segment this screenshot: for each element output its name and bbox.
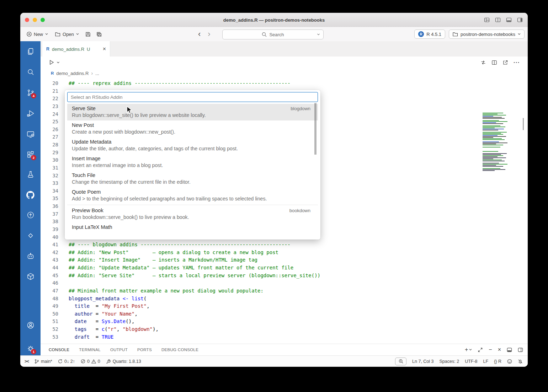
toggle-panel-icon[interactable]: [507, 347, 512, 353]
eol-status[interactable]: LF: [483, 359, 489, 364]
minimize-panel-icon[interactable]: −: [489, 347, 492, 353]
new-console-button[interactable]: +: [465, 347, 472, 353]
panel-tab-terminal[interactable]: TERMINAL: [79, 348, 101, 352]
save-all-button[interactable]: [94, 30, 104, 38]
minimap-bar: [483, 170, 495, 171]
toggle-secondary-sidebar-icon[interactable]: [517, 17, 523, 23]
quickpick-item[interactable]: Preview BookbookdownRun bookdown::serve_…: [67, 206, 318, 222]
zoom-button[interactable]: [395, 358, 406, 365]
code-line[interactable]: 48blogpost_metadata <- list(: [41, 296, 528, 304]
code-line[interactable]: 49 title = "My First Post",: [41, 303, 528, 311]
quickpick-item[interactable]: Quote PoemAdd > to the beginning of sele…: [67, 187, 318, 204]
code-line[interactable]: 46: [41, 280, 528, 288]
activity-settings[interactable]: 1: [20, 340, 41, 357]
settings-badge: 1: [31, 349, 36, 354]
run-options-chevron-icon[interactable]: [57, 61, 60, 64]
quickpick-item[interactable]: Serve SiteblogdownRun blogdown::serve_si…: [67, 104, 318, 120]
split-editor-layout-icon[interactable]: [495, 17, 501, 23]
run-debug-icon: [26, 109, 35, 118]
panel-tab-output[interactable]: OUTPUT: [110, 348, 128, 352]
navigate-back-button[interactable]: ‹: [198, 29, 201, 39]
quickpick-item[interactable]: Update MetadataUpdate the title, author,…: [67, 137, 318, 154]
activity-search[interactable]: [20, 64, 41, 81]
code-line[interactable]: 44## Addin: "Update Metadata" — updates …: [41, 265, 528, 273]
quickpick-scrollbar[interactable]: [314, 103, 316, 155]
minimap-bar: [483, 154, 501, 155]
code-line[interactable]: 20## ---- reprex addins ----------------…: [41, 80, 528, 88]
open-changes-icon[interactable]: [480, 60, 486, 65]
activity-run-debug[interactable]: [20, 105, 41, 122]
activity-account[interactable]: [20, 317, 41, 334]
code-line[interactable]: 43## Addin: "Insert Image" — inserts a M…: [41, 257, 528, 265]
activity-github[interactable]: [20, 186, 41, 203]
customize-layout-icon[interactable]: [484, 17, 490, 23]
quickpick-input[interactable]: [67, 92, 318, 102]
activity-package[interactable]: [20, 268, 41, 285]
activity-explorer[interactable]: [20, 43, 41, 60]
activity-extensions[interactable]: 2: [20, 146, 41, 163]
minimap-bar: [483, 125, 500, 126]
git-branch-status[interactable]: main*: [34, 359, 52, 364]
new-button[interactable]: New: [24, 30, 51, 38]
close-tab-icon[interactable]: ×: [103, 46, 106, 52]
panel-tab-console[interactable]: CONSOLE: [49, 348, 69, 352]
activity-publish[interactable]: [20, 206, 41, 224]
open-external-icon[interactable]: [502, 60, 508, 65]
encoding-status[interactable]: UTF-8: [465, 359, 477, 364]
breadcrumb-file[interactable]: demo_addins.R: [56, 71, 89, 76]
quickpick-item[interactable]: Input LaTeX Math: [67, 222, 318, 232]
minimap-bar: [483, 144, 496, 144]
code-line[interactable]: 47## Minimal front matter example a new …: [41, 288, 528, 296]
quickpick-item[interactable]: Insert ImageInsert an external image int…: [67, 154, 318, 171]
activity-source-control[interactable]: 4: [20, 84, 41, 101]
maximize-panel-icon[interactable]: [478, 347, 483, 353]
navigate-forward-button[interactable]: ›: [208, 29, 210, 39]
panel-tab-ports[interactable]: PORTS: [137, 348, 152, 352]
language-mode[interactable]: {} R: [494, 359, 501, 364]
toggle-panel-icon[interactable]: [506, 17, 512, 23]
code-line[interactable]: 45## Addin: "Serve Site" — starts a loca…: [41, 273, 528, 280]
tab-demo-addins[interactable]: R demo_addins.R U ×: [42, 41, 110, 57]
publish-icon: [26, 211, 35, 219]
activity-sessions[interactable]: [20, 126, 41, 143]
code-line[interactable]: 52 tags = c("r", "blogdown"),: [41, 326, 528, 334]
more-actions-icon[interactable]: ···: [514, 59, 520, 65]
activity-assistant[interactable]: [20, 248, 41, 265]
quickpick-item[interactable]: New PostCreate a new post with blogdown:…: [67, 120, 318, 137]
feedback-smiley-icon[interactable]: [507, 359, 512, 364]
activity-review[interactable]: [20, 227, 41, 244]
breadcrumb[interactable]: R demo_addins.R › ...: [41, 68, 528, 78]
minimap-bar: [483, 139, 505, 140]
close-panel-icon[interactable]: ×: [498, 347, 501, 353]
panel-tab-debug-console[interactable]: DEBUG CONSOLE: [161, 348, 198, 352]
code-line[interactable]: 41## ---- blogdown addins --------------…: [41, 242, 528, 249]
search-placeholder: Search: [269, 32, 284, 37]
open-button[interactable]: Open: [52, 30, 82, 38]
workspace-selector-button[interactable]: positron-demos-notebooks: [449, 29, 525, 39]
command-center-search[interactable]: Search: [222, 29, 324, 39]
code-line[interactable]: 42## Addin: "New Post" — opens a dialog …: [41, 249, 528, 257]
quickpick-item[interactable]: Touch FileChange the timestamp of the cu…: [67, 171, 318, 187]
remote-indicator[interactable]: ><: [25, 359, 29, 364]
source-control-badge: 4: [31, 93, 36, 98]
save-button[interactable]: [83, 30, 93, 38]
git-sync-status[interactable]: 0↓ 2↑: [58, 359, 75, 364]
interpreter-selector-button[interactable]: R R 4.5.1: [414, 29, 445, 39]
problems-status[interactable]: 0 0: [81, 359, 100, 364]
new-button-label: New: [34, 32, 43, 37]
code-line[interactable]: 50 author = "Your Name",: [41, 311, 528, 319]
split-editor-icon[interactable]: [491, 60, 497, 65]
activity-testing[interactable]: [20, 166, 41, 183]
breadcrumb-more[interactable]: ...: [95, 71, 99, 76]
minimap-bar: [483, 153, 507, 154]
run-file-button[interactable]: [48, 59, 54, 65]
quarto-status[interactable]: Quarto: 1.8.13: [106, 359, 141, 364]
code-line[interactable]: 51 date = Sys.Date(),: [41, 318, 528, 326]
minimap[interactable]: [482, 113, 519, 174]
editor-scrollbar[interactable]: [523, 118, 524, 130]
cursor-position[interactable]: Ln 7, Col 3: [412, 359, 433, 364]
notifications-bell-icon[interactable]: [518, 359, 523, 364]
code-line[interactable]: 53 draft = TRUE: [41, 334, 528, 342]
toggle-secondary-sidebar-icon[interactable]: [518, 347, 523, 353]
indentation-status[interactable]: Spaces: 2: [440, 359, 459, 364]
